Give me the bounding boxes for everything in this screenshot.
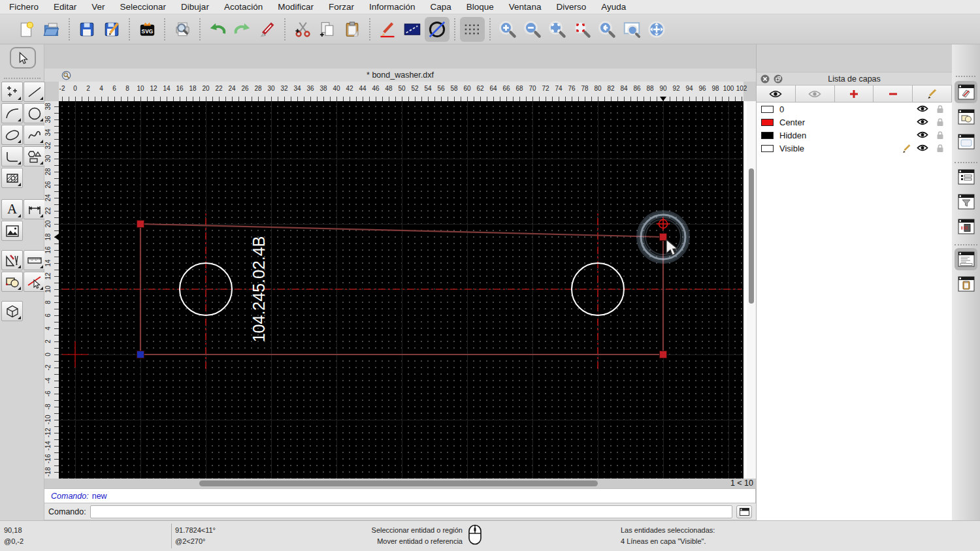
dock-block-list-button[interactable] xyxy=(955,106,977,128)
menu-acotacion[interactable]: Acotación xyxy=(224,2,263,12)
tool-hatch[interactable] xyxy=(1,168,23,188)
float-panel-icon[interactable] xyxy=(774,74,783,84)
tool-select-entity[interactable] xyxy=(24,272,45,292)
menu-seleccionar[interactable]: Seleccionar xyxy=(120,2,167,12)
layer-lock-icon[interactable] xyxy=(936,131,944,140)
tool-dimension[interactable] xyxy=(24,199,45,219)
layer-visibility-icon[interactable] xyxy=(917,104,928,113)
menu-informacion[interactable]: Información xyxy=(369,2,416,12)
menu-forzar[interactable]: Forzar xyxy=(329,2,354,12)
dock-notes-button[interactable] xyxy=(955,273,977,295)
new-file-button[interactable] xyxy=(14,17,39,42)
tool-polyline[interactable] xyxy=(1,146,23,166)
open-file-button[interactable] xyxy=(39,17,64,42)
cad-drawing: 104.245.02.4B xyxy=(59,101,743,479)
layer-lock-icon[interactable] xyxy=(936,144,944,153)
zoom-out-button[interactable] xyxy=(520,17,545,42)
cad-canvas[interactable]: 104.245.02.4B xyxy=(59,101,743,479)
dock-library-browser-button[interactable] xyxy=(955,131,977,153)
layer-color-swatch[interactable] xyxy=(761,145,774,152)
add-layer-button[interactable] xyxy=(835,86,874,102)
menu-ver[interactable]: Ver xyxy=(91,2,105,12)
tool-circle[interactable] xyxy=(24,103,45,123)
tool-solid[interactable] xyxy=(1,301,23,321)
pen-attributes-button[interactable] xyxy=(375,17,400,42)
pen-icon xyxy=(378,20,397,39)
menu-dibujar[interactable]: Dibujar xyxy=(181,2,209,12)
layer-lock-icon[interactable] xyxy=(936,104,944,114)
zoom-in-button[interactable] xyxy=(495,17,520,42)
menu-ventana[interactable]: Ventana xyxy=(509,2,542,12)
undo-button[interactable] xyxy=(205,17,230,42)
tool-ellipse[interactable] xyxy=(1,125,23,145)
zoom-pan-button[interactable] xyxy=(644,17,669,42)
tool-measure[interactable] xyxy=(24,250,45,270)
layer-visibility-icon[interactable] xyxy=(917,144,928,152)
horizontal-scrollbar[interactable] xyxy=(48,480,727,487)
vertical-scrollbar[interactable] xyxy=(747,101,756,479)
delete-selected-button[interactable] xyxy=(255,17,280,42)
print-preview-button[interactable] xyxy=(170,17,195,42)
hide-all-layers-button[interactable] xyxy=(796,86,835,102)
horizontal-scrollbar-thumb[interactable] xyxy=(199,480,598,486)
menu-fichero[interactable]: Fichero xyxy=(9,2,39,12)
layer-color-swatch[interactable] xyxy=(761,106,774,113)
draft-mode-button[interactable] xyxy=(425,17,449,42)
grid-toggle-button[interactable] xyxy=(460,17,485,42)
tool-image[interactable] xyxy=(1,221,23,241)
menu-editar[interactable]: Editar xyxy=(54,2,76,12)
layer-visibility-icon[interactable] xyxy=(917,118,928,126)
lineweight-display-button[interactable] xyxy=(400,17,425,42)
dock-layer-list-button[interactable] xyxy=(955,81,977,103)
menu-ayuda[interactable]: Ayuda xyxy=(601,2,626,12)
save-as-button[interactable] xyxy=(99,17,124,42)
dock-entity-list-button[interactable] xyxy=(955,166,977,188)
zoom-previous-button[interactable] xyxy=(595,17,619,42)
polar-coordinate-display: 91.7824<11° @2<270° xyxy=(175,525,216,547)
menu-modificar[interactable]: Modificar xyxy=(278,2,314,12)
tool-spline[interactable] xyxy=(24,125,45,145)
tool-select[interactable] xyxy=(10,47,36,69)
export-svg-button[interactable]: SVG xyxy=(135,17,159,42)
layer-lock-icon[interactable] xyxy=(936,118,944,127)
menu-diverso[interactable]: Diverso xyxy=(556,2,586,12)
close-panel-icon[interactable] xyxy=(760,74,770,84)
paste-button[interactable] xyxy=(340,17,365,42)
zoom-redraw-button[interactable] xyxy=(570,17,595,42)
zoom-window-button[interactable] xyxy=(619,17,644,42)
edit-layer-button[interactable] xyxy=(913,86,952,102)
menu-capa[interactable]: Capa xyxy=(431,2,451,12)
document-titlebar[interactable]: * bond_washer.dxf xyxy=(44,69,756,82)
tool-text[interactable]: A xyxy=(1,199,23,219)
copy-button[interactable] xyxy=(315,17,340,42)
show-all-layers-button[interactable] xyxy=(757,86,796,102)
command-options-button[interactable] xyxy=(736,505,752,518)
tool-block[interactable] xyxy=(1,272,23,292)
layer-row-hidden[interactable]: Hidden xyxy=(757,129,952,142)
redo-button[interactable] xyxy=(230,17,255,42)
save-button[interactable] xyxy=(74,17,99,42)
dock-pen-palette-button[interactable] xyxy=(955,215,977,238)
layer-visibility-icon[interactable] xyxy=(917,131,928,139)
dock-filter-button[interactable] xyxy=(955,191,977,213)
command-input[interactable] xyxy=(90,505,732,518)
vertical-scrollbar-thumb[interactable] xyxy=(749,168,754,304)
dock-handle[interactable] xyxy=(956,76,975,77)
zoom-auto-button[interactable] xyxy=(545,17,570,42)
tool-modify[interactable] xyxy=(1,250,23,270)
tool-arc[interactable] xyxy=(1,103,23,123)
layer-row-visible[interactable]: Visible xyxy=(757,142,952,155)
tool-polygon[interactable] xyxy=(24,146,45,166)
palette-handle[interactable] xyxy=(4,78,41,79)
layer-color-swatch[interactable] xyxy=(761,132,774,139)
layer-color-swatch[interactable] xyxy=(761,119,774,126)
remove-layer-button[interactable] xyxy=(874,86,913,102)
dock-command-widget-button[interactable] xyxy=(955,248,977,270)
menu-bloque[interactable]: Bloque xyxy=(466,2,494,12)
tool-line[interactable] xyxy=(24,82,45,102)
svg-text:SVG: SVG xyxy=(141,28,153,35)
layer-row-0[interactable]: 0 xyxy=(757,102,952,116)
layer-row-center[interactable]: Center xyxy=(757,116,952,129)
tool-points[interactable] xyxy=(1,82,23,102)
cut-button[interactable] xyxy=(290,17,315,42)
